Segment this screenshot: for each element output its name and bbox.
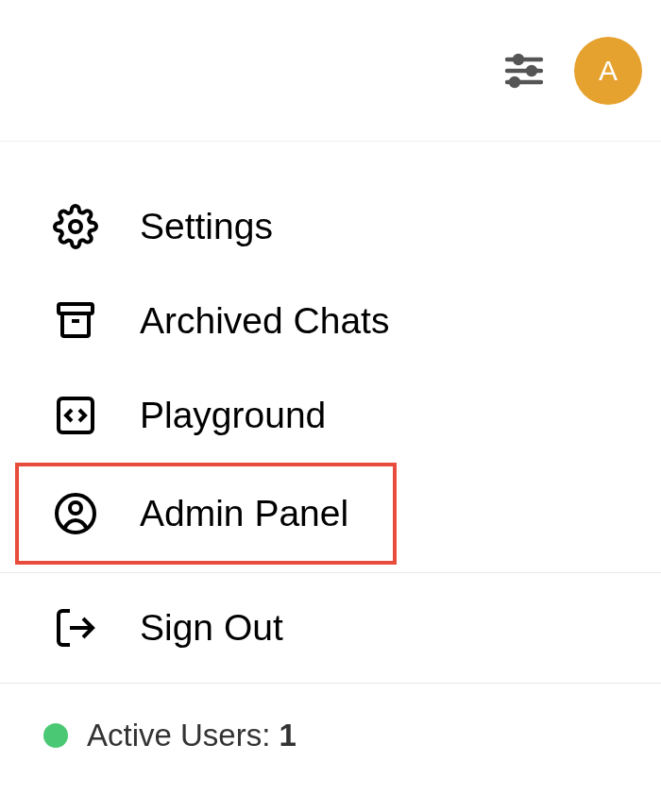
menu-item-sign-out[interactable]: Sign Out [0,581,661,675]
svg-point-1 [515,56,522,63]
status-count: 1 [280,718,297,753]
menu-item-label: Playground [140,395,326,436]
menu-item-label: Admin Panel [140,493,348,534]
divider [0,683,661,684]
menu-item-label: Sign Out [140,607,283,649]
menu-item-settings[interactable]: Settings [0,179,661,274]
avatar-initial: A [599,55,618,87]
status-bar: Active Users: 1 [0,691,661,753]
status-label: Active Users: [87,718,280,753]
user-circle-icon [53,491,98,536]
header: A [0,0,661,142]
menu: Settings Archived Chats Playground [0,142,661,753]
menu-item-admin-panel[interactable]: Admin Panel [15,463,397,565]
svg-point-3 [528,67,535,75]
menu-item-archived-chats[interactable]: Archived Chats [0,274,661,368]
status-dot-icon [43,723,68,748]
archive-icon [53,298,98,344]
divider [0,572,661,573]
gear-icon [53,204,98,249]
sliders-icon[interactable] [500,47,548,94]
status-text: Active Users: 1 [87,718,297,753]
menu-item-playground[interactable]: Playground [0,368,661,463]
avatar[interactable]: A [574,37,642,105]
sign-out-icon [53,605,98,651]
code-icon [53,393,98,438]
menu-item-label: Archived Chats [140,300,389,342]
svg-rect-7 [59,304,93,313]
svg-point-11 [70,502,81,514]
svg-point-5 [511,78,518,86]
svg-point-6 [70,221,81,232]
menu-item-label: Settings [140,206,273,247]
